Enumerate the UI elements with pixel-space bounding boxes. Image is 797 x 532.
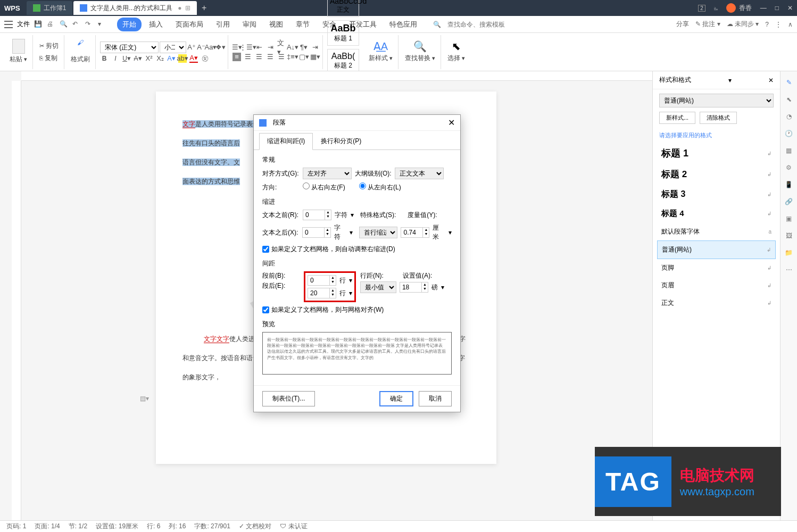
command-search[interactable]	[445, 20, 514, 29]
linespace-select[interactable]: 最小值	[360, 281, 396, 293]
clock-icon[interactable]: 🕐	[784, 129, 794, 138]
status-section[interactable]: 节: 1/2	[69, 522, 87, 531]
panel-close-icon[interactable]: ✕	[768, 77, 774, 84]
grow-font-icon[interactable]: A⁺	[187, 43, 196, 52]
font-color-icon[interactable]: A▾	[189, 54, 198, 63]
paste-icon[interactable]	[12, 39, 25, 54]
style-item-footer[interactable]: 页脚↲	[657, 259, 776, 277]
cancel-button[interactable]: 取消	[419, 391, 452, 406]
tab-insert[interactable]: 插入	[144, 18, 168, 31]
style-item-normal-web[interactable]: 普通(网站)↲	[657, 240, 776, 259]
borders-icon[interactable]: ▦▾	[311, 53, 319, 61]
underline-icon[interactable]: U▾	[122, 54, 131, 63]
ok-button[interactable]: 确定	[379, 391, 413, 406]
font-size-select[interactable]: 小二	[160, 41, 186, 53]
auto-indent-checkbox[interactable]: 如果定义了文档网格，则自动调整右缩进(D)	[262, 245, 452, 254]
close-button[interactable]: ✕	[787, 4, 793, 12]
cut-button[interactable]: ✂ 剪切	[37, 40, 61, 52]
minimize-button[interactable]: —	[760, 4, 767, 12]
comment-button[interactable]: ✎ 批注 ▾	[695, 20, 720, 29]
gift-icon[interactable]: ⎁	[714, 4, 718, 12]
status-page-of[interactable]: 页面: 1/4	[35, 522, 60, 531]
italic-icon[interactable]: I	[111, 54, 120, 63]
grid-icon[interactable]: ▦	[784, 146, 794, 155]
preview-icon[interactable]: 🔍	[60, 20, 68, 29]
tab-menu-icon[interactable]: ⊞	[185, 4, 190, 12]
search-icon[interactable]: 🔍	[433, 21, 441, 28]
vertical-text-icon[interactable]: 文▾	[277, 43, 286, 52]
ruler-horizontal[interactable]	[21, 71, 652, 81]
highlight-icon[interactable]: ab▾	[178, 54, 187, 63]
style-item-h4[interactable]: 标题 4↲	[657, 204, 776, 223]
status-page-num[interactable]: 页码: 1	[6, 522, 26, 531]
tab-section[interactable]: 章节	[290, 18, 315, 31]
tab-workbook[interactable]: 工作簿1	[27, 1, 73, 15]
menu-icon[interactable]	[4, 21, 13, 28]
new-style-button[interactable]: 新样式...	[659, 112, 695, 124]
status-col[interactable]: 列: 16	[169, 522, 186, 531]
cursor-icon[interactable]: ⬉	[784, 95, 794, 104]
space-after-spinner[interactable]: ▲▼	[308, 288, 336, 298]
image-icon[interactable]: 🖼	[784, 231, 794, 240]
align-right-icon[interactable]: ☰	[255, 53, 263, 61]
tab-layout[interactable]: 页面布局	[170, 18, 209, 31]
show-marks-icon[interactable]: ¶▾	[300, 43, 308, 52]
dialog-tab-break[interactable]: 换行和分页(P)	[313, 133, 369, 149]
new-tab-button[interactable]: +	[198, 3, 211, 13]
undo-icon[interactable]: ↶	[72, 20, 81, 29]
status-words[interactable]: 字数: 27/901	[194, 522, 230, 531]
grid-align-checkbox[interactable]: 如果定义了文档网格，则与网格对齐(W)	[262, 305, 452, 314]
superscript-icon[interactable]: X²	[145, 54, 153, 63]
phone-icon[interactable]: 📱	[784, 180, 794, 189]
folder-icon[interactable]: 📁	[784, 248, 794, 257]
current-style-select[interactable]: 普通(网站)	[659, 94, 774, 107]
file-menu[interactable]: 文件	[17, 20, 30, 29]
status-proofing[interactable]: ✓ 文档校对	[239, 522, 271, 531]
font-name-select[interactable]: 宋体 (正文)	[100, 41, 159, 53]
clear-format-button[interactable]: 清除格式	[700, 112, 737, 124]
pencil-icon[interactable]: ✎	[784, 78, 794, 87]
change-case-icon[interactable]: Aa▾	[206, 43, 215, 52]
outline-select[interactable]: 正文文本	[395, 168, 444, 179]
layers-icon[interactable]: ▣	[784, 214, 794, 223]
indent-dec-icon[interactable]: ⇤	[255, 43, 263, 52]
shading-icon[interactable]: ▢▾	[300, 53, 308, 61]
style-h1[interactable]: AaBb标题 1	[327, 20, 359, 46]
tab-special[interactable]: 特色应用	[384, 18, 422, 31]
status-setval[interactable]: 设置值: 19厘米	[96, 522, 138, 531]
style-item-header[interactable]: 页眉↲	[657, 277, 776, 294]
dialog-tab-indent[interactable]: 缩进和间距(I)	[259, 133, 313, 150]
tabs-icon[interactable]: ⇥	[311, 43, 319, 52]
line-spacing-icon[interactable]: ‡≡▾	[288, 53, 297, 61]
status-row[interactable]: 行: 6	[147, 522, 160, 531]
print-icon[interactable]: 🖨	[47, 20, 55, 29]
numbering-icon[interactable]: ⋮☰▾	[244, 43, 252, 52]
collapse-ribbon[interactable]: ∧	[788, 21, 793, 28]
style-item-body[interactable]: 正文↲	[657, 294, 776, 312]
tab-start[interactable]: 开始	[117, 18, 142, 31]
ruler-vertical[interactable]	[12, 81, 21, 520]
qat-dropdown[interactable]: ▾	[98, 20, 106, 29]
tools-icon[interactable]: ⚙	[784, 163, 794, 172]
style-item-h1[interactable]: 标题 1↲	[657, 143, 776, 164]
save-icon[interactable]: 💾	[34, 20, 43, 29]
link-icon[interactable]: 🔗	[784, 197, 794, 206]
special-select[interactable]: 首行缩进	[359, 227, 397, 238]
style-item-h3[interactable]: 标题 3↲	[657, 185, 776, 204]
select-button[interactable]: 选择▾	[445, 53, 467, 64]
user-area[interactable]: 香香	[726, 3, 752, 13]
align-justify-icon[interactable]: ☰	[266, 53, 275, 61]
share-button[interactable]: 分享	[676, 20, 689, 29]
align-left-icon[interactable]: ≡	[233, 53, 241, 61]
format-painter-icon[interactable]: 🖌	[74, 39, 87, 54]
more-icon[interactable]: ⋯	[784, 265, 794, 275]
style-h2[interactable]: AaBb(标题 2	[327, 49, 359, 73]
dialog-close-button[interactable]: ✕	[448, 118, 455, 128]
copy-button[interactable]: ⎘ 复制	[37, 53, 61, 64]
sync-button[interactable]: ☁ 未同步 ▾	[727, 20, 759, 29]
maximize-button[interactable]: □	[775, 4, 779, 12]
indent-after-spinner[interactable]: ▲▼	[302, 227, 331, 238]
clear-format-icon[interactable]: ❖▾	[216, 43, 225, 52]
subscript-icon[interactable]: X₂	[156, 54, 164, 63]
badge-icon[interactable]: 2	[698, 5, 705, 12]
